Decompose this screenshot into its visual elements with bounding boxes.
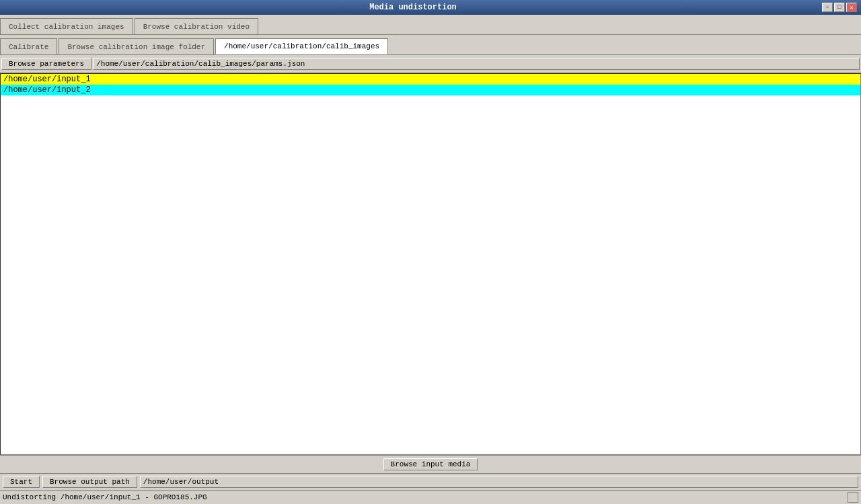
window-title: Media undistortion (4, 3, 822, 12)
tab-collect-calibration-images[interactable]: Collect calibration images (0, 18, 133, 34)
close-button[interactable]: ✕ (846, 3, 857, 12)
tab-browse-calibration-video[interactable]: Browse calibration video (135, 18, 258, 34)
restore-button[interactable]: □ (834, 3, 845, 12)
bottom-bar: Start Browse output path /home/user/outp… (0, 473, 861, 490)
status-bar: Undistorting /home/user/input_1 - GOPRO1… (0, 490, 861, 504)
tab-browse-calibration-image-folder[interactable]: Browse calibration image folder (59, 38, 214, 54)
tab-bar-1: Collect calibration images Browse calibr… (0, 15, 861, 35)
parameters-path-display: /home/user/calibration/calib_images/para… (93, 58, 860, 70)
browse-parameters-button[interactable]: Browse parameters (1, 58, 91, 70)
minimize-button[interactable]: − (822, 3, 833, 12)
start-button[interactable]: Start (3, 476, 40, 488)
output-path-display: /home/user/output (140, 476, 858, 488)
list-item[interactable]: /home/user/input_2 (1, 85, 860, 95)
browse-output-path-button[interactable]: Browse output path (42, 476, 137, 488)
file-list: /home/user/input_1 /home/user/input_2 (0, 73, 861, 455)
parameters-row: Browse parameters /home/user/calibration… (0, 55, 861, 73)
browse-input-media-button[interactable]: Browse input media (383, 458, 478, 470)
list-item[interactable]: /home/user/input_1 (1, 74, 860, 85)
browse-input-media-row: Browse input media (0, 455, 861, 473)
tab-calib-images-path[interactable]: /home/user/calibration/calib_images (215, 38, 388, 54)
tab-bar-2: Calibrate Browse calibration image folde… (0, 35, 861, 55)
window-controls: − □ ✕ (822, 3, 857, 12)
status-text: Undistorting /home/user/input_1 - GOPRO1… (3, 493, 845, 501)
scroll-indicator[interactable] (848, 492, 858, 503)
tab-calibrate[interactable]: Calibrate (0, 38, 57, 54)
title-bar: Media undistortion − □ ✕ (0, 0, 861, 15)
